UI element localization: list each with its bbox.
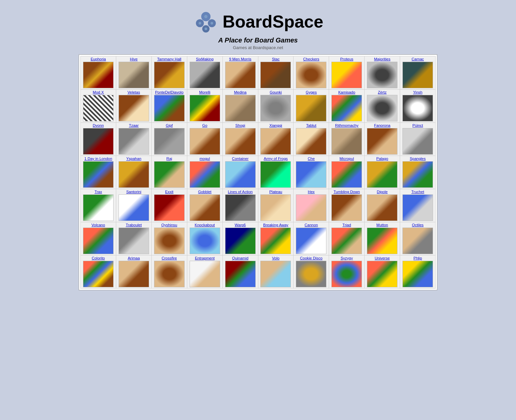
- game-link[interactable]: Checkers: [294, 57, 328, 61]
- game-link[interactable]: Yinsh: [400, 90, 435, 94]
- game-cell: Universe: [365, 255, 400, 289]
- game-link[interactable]: Che: [294, 157, 328, 161]
- game-link[interactable]: Mod X: [81, 90, 116, 94]
- game-link[interactable]: Trax: [81, 190, 116, 194]
- game-link[interactable]: Traboulet: [117, 223, 151, 227]
- game-thumbnail: [402, 194, 433, 221]
- game-thumbnail: [154, 128, 185, 155]
- game-link[interactable]: Spangles: [400, 157, 435, 161]
- game-link[interactable]: Santorini: [117, 190, 151, 194]
- game-cell: Veletas: [116, 90, 152, 123]
- game-link[interactable]: Syzygy: [329, 256, 364, 260]
- logo-icon: [193, 8, 219, 35]
- game-link[interactable]: Colorito: [81, 256, 116, 260]
- game-link[interactable]: SixMaking: [188, 57, 222, 61]
- game-link[interactable]: Stac: [259, 57, 293, 61]
- game-link[interactable]: Qyshinsu: [152, 223, 187, 227]
- game-link[interactable]: 1 Day in London: [81, 157, 116, 161]
- game-link[interactable]: Proteus: [329, 57, 364, 61]
- game-cell: Exxit: [152, 189, 187, 222]
- game-link[interactable]: Gipf: [152, 123, 187, 127]
- game-thumbnail: [260, 95, 291, 121]
- game-link[interactable]: Dipole: [365, 190, 399, 194]
- game-link[interactable]: Shogi: [223, 123, 258, 127]
- game-cell: Checkers: [294, 56, 329, 90]
- game-link[interactable]: Entrapment: [188, 256, 222, 260]
- game-link[interactable]: Zèrtz: [365, 90, 399, 94]
- game-link[interactable]: Cannon: [294, 223, 328, 227]
- game-link[interactable]: Quinamid: [223, 256, 258, 260]
- game-cell: Shogi: [223, 123, 258, 156]
- game-link[interactable]: mogul: [188, 157, 222, 161]
- game-link[interactable]: Medina: [223, 90, 258, 94]
- game-link[interactable]: Crossfire: [152, 256, 187, 260]
- game-thumbnail: [119, 261, 149, 287]
- game-link[interactable]: Morelli: [188, 90, 222, 94]
- game-link[interactable]: Lines of Action: [223, 190, 258, 194]
- game-link[interactable]: Püinct: [400, 123, 435, 127]
- game-thumbnail: [119, 161, 149, 188]
- game-link[interactable]: Veletas: [117, 90, 151, 94]
- game-link[interactable]: Majorities: [365, 57, 399, 61]
- game-link[interactable]: Xiangqi: [259, 123, 293, 127]
- game-link[interactable]: Rithmomachy: [329, 123, 364, 127]
- game-link[interactable]: Hex: [294, 190, 328, 194]
- game-link[interactable]: Fanorona: [365, 123, 399, 127]
- game-link[interactable]: Phlip: [400, 256, 435, 260]
- game-link[interactable]: Hive: [117, 57, 151, 61]
- game-cell: Gounki: [258, 90, 294, 123]
- game-link[interactable]: Tablut: [294, 123, 328, 127]
- game-link[interactable]: Kamisado: [329, 90, 364, 94]
- game-link[interactable]: PonteDelDiavolo: [152, 90, 187, 94]
- game-thumbnail: [83, 161, 114, 188]
- game-link[interactable]: Volcano: [81, 223, 116, 227]
- game-link[interactable]: Container: [223, 157, 258, 161]
- game-cell: PonteDelDiavolo: [152, 90, 187, 123]
- game-link[interactable]: Universe: [365, 256, 399, 260]
- game-link[interactable]: Octiles: [400, 223, 435, 227]
- game-link[interactable]: Gounki: [259, 90, 293, 94]
- game-link[interactable]: Warp6: [223, 223, 258, 227]
- game-cell: Gyges: [294, 90, 329, 123]
- game-thumbnail: [190, 62, 220, 88]
- site-title: BoardSpace: [222, 12, 323, 32]
- game-cell: Proteus: [329, 56, 365, 90]
- game-link[interactable]: Tumbling Down: [329, 190, 364, 194]
- game-link[interactable]: Mutton: [365, 223, 399, 227]
- game-thumbnail: [296, 261, 326, 287]
- game-link[interactable]: Breaking Away: [259, 223, 293, 227]
- game-link[interactable]: Palago: [365, 157, 399, 161]
- game-thumbnail: [260, 62, 291, 88]
- game-link[interactable]: Exxit: [152, 190, 187, 194]
- game-link[interactable]: Euphoria: [81, 57, 116, 61]
- game-thumbnail: [331, 228, 362, 254]
- game-link[interactable]: Tzaar: [117, 123, 151, 127]
- game-cell: Entrapment: [187, 255, 223, 289]
- game-link[interactable]: Dvonn: [81, 123, 116, 127]
- game-link[interactable]: Truchet: [400, 190, 435, 194]
- game-link[interactable]: Gobblet: [188, 190, 222, 194]
- game-link[interactable]: Triad: [329, 223, 364, 227]
- game-link[interactable]: Gyges: [294, 90, 328, 94]
- game-link[interactable]: Volo: [259, 256, 293, 260]
- game-link[interactable]: Yspahan: [117, 157, 151, 161]
- page-wrapper: BoardSpace A Place for Board Games Games…: [75, 0, 441, 294]
- game-link[interactable]: Plateau: [259, 190, 293, 194]
- game-link[interactable]: 9 Men Morris: [223, 57, 258, 61]
- game-link[interactable]: Knockabout: [188, 223, 222, 227]
- game-thumbnail: [83, 128, 114, 155]
- game-link[interactable]: Micropul: [329, 157, 364, 161]
- game-link[interactable]: Cookie Disco: [294, 256, 328, 260]
- game-thumbnail: [296, 228, 326, 254]
- game-link[interactable]: Raj: [152, 157, 187, 161]
- game-cell: Syzygy: [329, 255, 365, 289]
- game-link[interactable]: Arimaa: [117, 256, 151, 260]
- game-thumbnail: [119, 194, 149, 221]
- game-cell: Tablut: [294, 123, 329, 156]
- game-link[interactable]: Go: [188, 123, 222, 127]
- game-link[interactable]: Tammany Hall: [152, 57, 187, 61]
- game-link[interactable]: Army of Frogs: [259, 157, 293, 161]
- game-cell: Crossfire: [152, 255, 187, 289]
- game-link[interactable]: Carnac: [400, 57, 435, 61]
- game-cell: Quinamid: [223, 255, 258, 289]
